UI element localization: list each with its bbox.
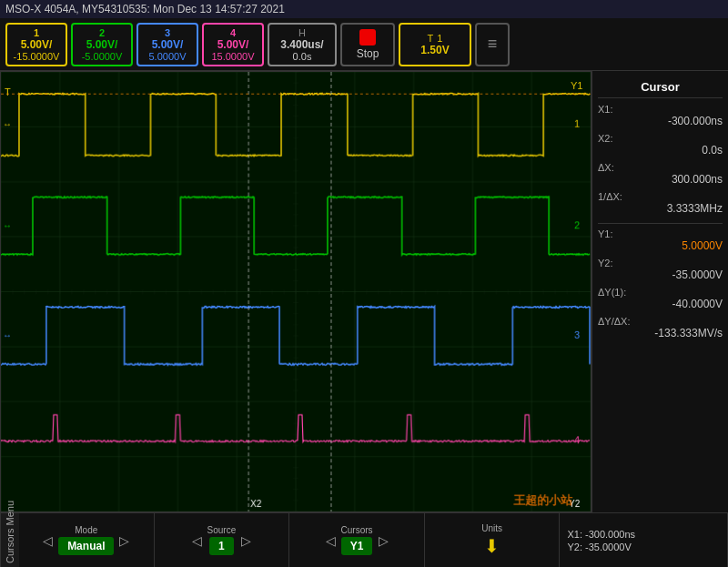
units-label: Units: [481, 523, 502, 533]
menu-items: ◁ Mode Manual ▷ ◁ Source 1 ▷ ◁ Cursors Y…: [19, 513, 728, 567]
waveform-canvas: [1, 72, 591, 511]
source-label: Source: [207, 525, 237, 535]
y2-row: Y2: -35.0000V: [598, 258, 723, 281]
x2-label: X2:: [598, 133, 723, 144]
trig-ch: 1: [437, 33, 442, 44]
trig-label: T: [428, 33, 434, 44]
ch1-num: 1: [34, 27, 39, 38]
y2-info: Y2: -35.0000V: [567, 542, 631, 552]
source-menu-item[interactable]: ◁ Source 1 ▷: [155, 513, 290, 567]
ch1-box[interactable]: 1 5.00V/ -15.0000V: [5, 23, 67, 66]
dy-value: -40.0000V: [598, 298, 723, 310]
horiz-val2: 0.0s: [293, 51, 312, 62]
divider1: [598, 223, 723, 224]
dx-value: 300.000ns: [598, 173, 723, 186]
mode-right-arrow[interactable]: ▷: [116, 533, 133, 548]
source-left-arrow[interactable]: ◁: [188, 533, 206, 548]
cursors-right-arrow[interactable]: ▷: [375, 533, 392, 548]
title-bar: MSO-X 4054A, MY54310535: Mon Dec 13 14:5…: [0, 0, 728, 18]
horiz-box[interactable]: H 3.400us/ 0.0s: [268, 23, 337, 66]
acq-icon: ≡: [488, 35, 498, 54]
y2-label: Y2:: [598, 258, 723, 268]
ch4-num: 4: [230, 27, 236, 38]
cursor-panel: Cursor X1: -300.000ns X2: 0.0s ΔX: 300.0…: [592, 71, 728, 512]
x2-row: X2: 0.0s: [598, 133, 723, 157]
x2-value: 0.0s: [598, 144, 723, 157]
inv-dx-label: 1/ΔX:: [598, 191, 723, 202]
dy-label: ΔY(1):: [598, 287, 723, 298]
ch3-val1: 5.00V/: [152, 38, 184, 51]
y1-label: Y1:: [598, 228, 723, 239]
mode-left-arrow[interactable]: ◁: [39, 533, 56, 548]
inv-dx-value: 3.3333MHz: [598, 202, 723, 215]
dx-row: ΔX: 300.000ns: [598, 162, 723, 186]
trig-box[interactable]: T 1 1.50V: [399, 23, 471, 66]
ch4-val1: 5.00V/: [217, 38, 249, 51]
y1-value: 5.0000V: [598, 239, 723, 252]
cursors-menu-item[interactable]: ◁ Cursors Y1 ▷: [289, 513, 425, 567]
cursors-value[interactable]: Y1: [341, 537, 373, 555]
menu-section-label: Cursors Menu: [0, 513, 19, 567]
dy-dx-row: ΔY/ΔX: -133.333MV/s: [598, 316, 723, 339]
acq-box[interactable]: ≡: [475, 23, 510, 66]
cursor-panel-title: Cursor: [598, 76, 723, 98]
y1-row: Y1: 5.0000V: [598, 228, 723, 252]
x1-value: -300.000ns: [598, 115, 723, 127]
horiz-val1: 3.400us/: [280, 38, 323, 51]
mode-inner: Mode Manual: [58, 525, 114, 555]
mode-label: Mode: [75, 525, 97, 535]
ch4-val2: 15.0000V: [211, 51, 254, 62]
bottom-menu: Cursors Menu ◁ Mode Manual ▷ ◁ Source 1 …: [0, 512, 728, 567]
x1-info: X1: -300.000ns: [567, 529, 635, 540]
y2-value: -35.0000V: [598, 268, 723, 281]
ch2-num: 2: [99, 27, 105, 38]
stop-label: Stop: [357, 47, 379, 60]
dy-dx-label: ΔY/ΔX:: [598, 316, 723, 327]
source-inner: Source 1: [207, 525, 237, 555]
ch3-num: 3: [165, 27, 170, 38]
cursors-left-arrow[interactable]: ◁: [322, 533, 339, 548]
dy-dx-value: -133.333MV/s: [598, 327, 723, 339]
main-area: Cursor X1: -300.000ns X2: 0.0s ΔX: 300.0…: [0, 71, 728, 512]
scope-screen[interactable]: [0, 71, 592, 512]
xy-info: X1: -300.000ns Y2: -35.0000V: [560, 513, 728, 567]
ch2-box[interactable]: 2 5.00V/ -5.0000V: [71, 23, 133, 66]
x1-row: X1: -300.000ns: [598, 104, 723, 127]
source-right-arrow[interactable]: ▷: [238, 533, 255, 548]
ch1-val2: -15.0000V: [14, 51, 60, 62]
source-value[interactable]: 1: [209, 537, 234, 555]
stop-box[interactable]: Stop: [340, 23, 395, 66]
trig-val: 1.50V: [420, 44, 449, 56]
ch1-val1: 5.00V/: [21, 38, 53, 51]
mode-value[interactable]: Manual: [58, 537, 114, 555]
cursors-label: Cursors: [341, 525, 373, 535]
toolbar: 1 5.00V/ -15.0000V 2 5.00V/ -5.0000V 3 5…: [0, 18, 728, 71]
dy-row: ΔY(1): -40.0000V: [598, 287, 723, 310]
stop-icon: [359, 29, 376, 46]
cursors-inner: Cursors Y1: [341, 525, 373, 555]
units-down-arrow-icon[interactable]: ⬇: [484, 535, 500, 557]
inv-dx-row: 1/ΔX: 3.3333MHz: [598, 191, 723, 215]
ch3-box[interactable]: 3 5.00V/ 5.0000V: [136, 23, 198, 66]
x1-label: X1:: [598, 104, 723, 115]
ch3-val2: 5.0000V: [149, 51, 187, 62]
ch4-box[interactable]: 4 5.00V/ 15.0000V: [202, 23, 264, 66]
dx-label: ΔX:: [598, 162, 723, 173]
ch2-val2: -5.0000V: [82, 51, 123, 62]
units-menu-item[interactable]: Units ⬇: [425, 513, 561, 567]
mode-menu-item[interactable]: ◁ Mode Manual ▷: [19, 513, 155, 567]
ch2-val1: 5.00V/: [86, 38, 118, 51]
horiz-label: H: [298, 27, 306, 38]
title-text: MSO-X 4054A, MY54310535: Mon Dec 13 14:5…: [5, 3, 285, 15]
